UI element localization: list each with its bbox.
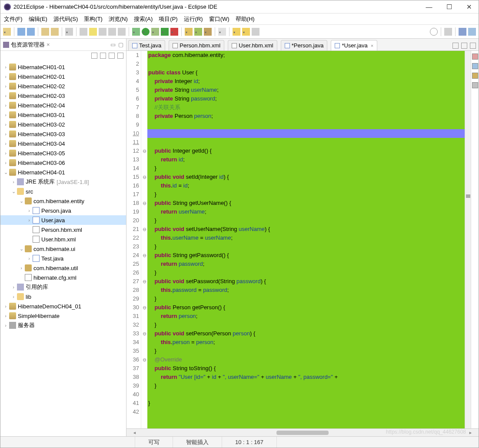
- java-icon: [33, 217, 40, 224]
- menu-item[interactable]: 运行(R): [184, 15, 203, 23]
- status-position: 10 : 1 : 167: [222, 437, 277, 448]
- minimize-button[interactable]: —: [423, 2, 435, 12]
- focus-task-icon[interactable]: [109, 53, 115, 59]
- tree-node[interactable]: ⌄src: [0, 187, 126, 196]
- tree-node[interactable]: User.hbm.xml: [0, 234, 126, 244]
- maximize-editor-icon[interactable]: [470, 43, 476, 49]
- tree-node[interactable]: ›Test.java: [0, 254, 126, 263]
- proj-icon: [9, 111, 16, 118]
- back-icon[interactable]: [233, 28, 240, 36]
- tab-list-icon[interactable]: [452, 43, 459, 49]
- tree-node[interactable]: ›HibernateCH02-02: [0, 81, 126, 91]
- tree-node[interactable]: ›HibernateCH03-02: [0, 120, 126, 129]
- tree-node[interactable]: hibernate.cfg.xml: [0, 273, 126, 282]
- tree-node[interactable]: ›SimpleHibernate: [0, 311, 126, 321]
- line-gutter[interactable]: 1234567891011121314151617181920212223242…: [126, 51, 141, 428]
- open-perspective-icon[interactable]: [444, 28, 452, 36]
- code-editor[interactable]: 1234567891011121314151617181920212223242…: [126, 51, 471, 428]
- menu-item[interactable]: 搜索(A): [134, 15, 153, 23]
- build-icon[interactable]: [65, 28, 73, 36]
- close-tab-icon[interactable]: ×: [371, 43, 373, 48]
- menu-item[interactable]: 文件(F): [4, 15, 23, 23]
- external-tools-icon[interactable]: [170, 28, 178, 36]
- tree-node[interactable]: ›HibernateCH03-01: [0, 110, 126, 120]
- link-editor-icon[interactable]: [100, 53, 106, 59]
- menu-item[interactable]: 浏览(N): [109, 15, 128, 23]
- tree-node[interactable]: ›JRE 系统库[JavaSE-1.8]: [0, 177, 126, 187]
- search-icon[interactable]: [430, 28, 438, 36]
- view-menu-icon[interactable]: [117, 53, 123, 59]
- run-last-icon[interactable]: [161, 28, 169, 36]
- tree-node[interactable]: ›HibernateCH02-01: [0, 72, 126, 81]
- save-all-icon[interactable]: [27, 28, 35, 36]
- tree-node[interactable]: ›服务器: [0, 321, 126, 330]
- problems-icon[interactable]: [472, 82, 478, 88]
- tree-node[interactable]: ⌄com.hibernate.ui: [0, 244, 126, 254]
- status-insert: 智能插入: [173, 437, 222, 448]
- tree-node[interactable]: ›HibernateDemoCH04_01: [0, 301, 126, 311]
- menu-item[interactable]: 编辑(E): [29, 15, 47, 23]
- toggle-mark-icon[interactable]: [89, 28, 97, 36]
- undo-icon[interactable]: [41, 28, 49, 36]
- tree-node[interactable]: ⌄com.hibernate.entity: [0, 196, 126, 206]
- tree-node[interactable]: ›com.hibernate.util: [0, 263, 126, 273]
- new-package-icon[interactable]: [185, 28, 193, 36]
- tree[interactable]: ›HibernateCH01-01›HibernateCH02-01›Hiber…: [0, 60, 126, 436]
- editor-tab[interactable]: *Person.java: [281, 40, 328, 50]
- editor-tab[interactable]: *User.java×: [331, 40, 377, 50]
- close-view-icon[interactable]: ×: [47, 41, 50, 48]
- tree-node[interactable]: ›引用的库: [0, 282, 126, 292]
- new-icon[interactable]: [3, 28, 11, 36]
- tree-node[interactable]: ›Person.java: [0, 206, 126, 215]
- search-drop-icon[interactable]: [218, 28, 226, 36]
- menu-item[interactable]: 重构(T): [84, 15, 103, 23]
- tree-node[interactable]: ›HibernateCH02-03: [0, 91, 126, 100]
- collapse-all-icon[interactable]: [91, 53, 97, 59]
- menu-item[interactable]: 帮助(H): [236, 15, 255, 23]
- horizontal-scrollbar[interactable]: [126, 428, 479, 436]
- tree-node[interactable]: ›HibernateCH03-03: [0, 129, 126, 139]
- outline-icon[interactable]: [472, 53, 478, 60]
- fold-gutter[interactable]: ⊖⊖⊖⊖⊖⊖⊖⊖⊖: [141, 51, 147, 428]
- close-button[interactable]: ✕: [463, 2, 475, 12]
- java-perspective-icon[interactable]: [459, 28, 466, 36]
- tree-node[interactable]: ›lib: [0, 292, 126, 301]
- javaee-perspective-icon[interactable]: [468, 28, 476, 36]
- menu-item[interactable]: 窗口(W): [209, 15, 230, 23]
- maximize-button[interactable]: ☐: [443, 2, 455, 12]
- minimize-view-icon[interactable]: ▭: [110, 41, 116, 48]
- new-class-icon[interactable]: [194, 28, 202, 36]
- run-icon[interactable]: [142, 28, 150, 36]
- tree-node[interactable]: ›HibernateCH03-05: [0, 148, 126, 158]
- editor-tab[interactable]: User.hbm.xml: [228, 40, 277, 50]
- toggle-block-icon[interactable]: [99, 28, 106, 36]
- link-icon[interactable]: [472, 73, 478, 79]
- toggle-breadcrumb-icon[interactable]: [80, 28, 87, 36]
- editor-tab[interactable]: Test.java: [128, 40, 165, 50]
- proj-icon: [9, 64, 16, 70]
- menu-item[interactable]: 源代码(S): [53, 15, 78, 23]
- debug-icon[interactable]: [132, 28, 140, 36]
- minimize-editor-icon[interactable]: [461, 43, 467, 49]
- overview-ruler[interactable]: [465, 51, 471, 428]
- task-list-icon[interactable]: [472, 63, 478, 69]
- coverage-icon[interactable]: [151, 28, 159, 36]
- proj-icon: [9, 159, 16, 166]
- redo-icon[interactable]: [51, 28, 59, 36]
- forward-icon[interactable]: [242, 28, 250, 36]
- annotation-nav-icon[interactable]: [118, 28, 126, 36]
- pin-icon[interactable]: [252, 28, 259, 36]
- maximize-view-icon[interactable]: ▢: [118, 41, 123, 48]
- menu-item[interactable]: 项目(P): [159, 15, 177, 23]
- tree-node[interactable]: ›HibernateCH01-01: [0, 62, 126, 72]
- tree-node[interactable]: Person.hbm.xml: [0, 225, 126, 234]
- tree-node[interactable]: ›User.java: [0, 215, 126, 225]
- new-type-icon[interactable]: [204, 28, 212, 36]
- save-icon[interactable]: [17, 28, 25, 36]
- tree-node[interactable]: ›HibernateCH02-04: [0, 100, 126, 110]
- editor-tab[interactable]: Person.hbm.xml: [169, 40, 224, 50]
- tree-node[interactable]: ›HibernateCH03-04: [0, 139, 126, 148]
- tree-node[interactable]: ⌄HibernateCH04-01: [0, 167, 126, 177]
- show-whitespace-icon[interactable]: [108, 28, 116, 36]
- tree-node[interactable]: ›HibernateCH03-06: [0, 158, 126, 167]
